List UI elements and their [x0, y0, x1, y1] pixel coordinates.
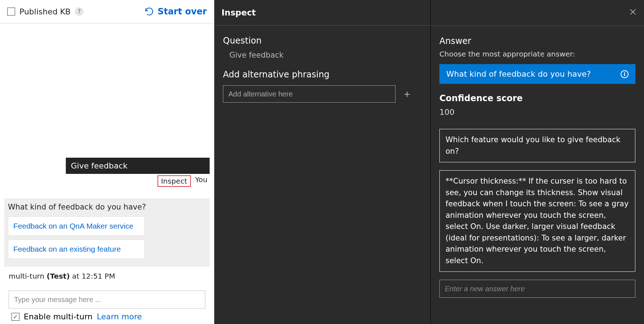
question-section-title: Question — [223, 36, 422, 46]
info-icon[interactable]: i — [621, 70, 629, 78]
message-input[interactable] — [9, 291, 205, 309]
inspect-answer-panel: Answer Choose the most appropriate answe… — [431, 0, 644, 324]
chat-area: Give feedback Inspect You What kind of f… — [0, 23, 214, 324]
bot-timestamp: multi-turn (Test) at 12:51 PM — [4, 272, 210, 280]
alt-phrasing-title: Add alternative phrasing — [223, 69, 422, 80]
start-over-button[interactable]: Start over — [145, 6, 207, 17]
feedback-option-qna-service[interactable]: Feedback on an QnA Maker service — [8, 216, 145, 236]
question-text: Give feedback — [223, 46, 422, 69]
published-kb-checkbox[interactable] — [7, 8, 15, 15]
inspect-title: Inspect — [221, 8, 256, 17]
choose-answer-label: Choose the most appropriate answer: — [439, 50, 635, 58]
you-label: You — [195, 175, 207, 187]
selected-answer-text: What kind of feedback do you have? — [446, 69, 591, 78]
user-message: Give feedback — [66, 158, 210, 174]
answer-panel-header — [431, 0, 644, 26]
bot-response: What kind of feedback do you have? Feedb… — [4, 198, 210, 267]
close-button[interactable] — [629, 8, 637, 18]
inspect-question-panel: Inspect Question Give feedback Add alter… — [214, 0, 431, 324]
enable-multiturn-checkbox[interactable] — [12, 313, 19, 321]
chat-header: Published KB ? Start over — [0, 0, 214, 23]
close-icon — [629, 8, 637, 16]
alt-phrasing-input[interactable] — [223, 85, 396, 103]
confidence-value: 100 — [439, 108, 635, 117]
learn-more-link[interactable]: Learn more — [97, 312, 142, 321]
alternate-answer-1[interactable]: Which feature would you like to give fee… — [439, 129, 635, 162]
bot-question: What kind of feedback do you have? — [8, 203, 206, 211]
help-icon[interactable]: ? — [75, 7, 83, 16]
feedback-option-existing-feature[interactable]: Feedback on an existing feature — [8, 239, 145, 259]
refresh-icon — [145, 7, 154, 16]
new-answer-input[interactable] — [439, 280, 635, 298]
enable-multiturn-label: Enable multi-turn — [24, 312, 92, 321]
alternate-answer-2[interactable]: **Cursor thickness:** If the curser is t… — [439, 170, 635, 272]
inspect-link[interactable]: Inspect — [157, 175, 191, 187]
inspect-header: Inspect — [214, 0, 430, 26]
start-over-label: Start over — [157, 6, 207, 17]
add-alt-phrasing-button[interactable]: ＋ — [402, 87, 412, 101]
published-kb-label: Published KB — [19, 7, 70, 16]
answer-section-title: Answer — [439, 36, 635, 46]
confidence-title: Confidence score — [439, 93, 635, 103]
selected-answer[interactable]: What kind of feedback do you have? i — [439, 64, 635, 84]
chat-test-panel: Published KB ? Start over Give feedback … — [0, 0, 214, 324]
